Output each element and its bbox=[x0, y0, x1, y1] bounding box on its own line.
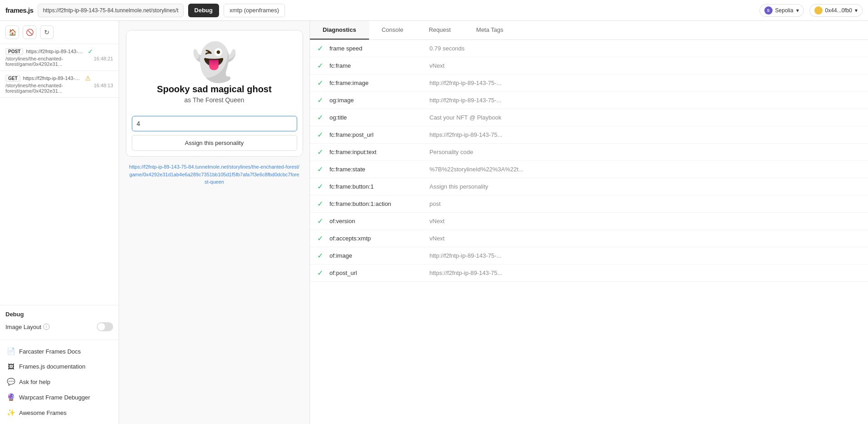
diag-value: Personality code bbox=[429, 149, 861, 155]
logo: frames.js bbox=[5, 6, 33, 14]
url-bar[interactable]: https://f2fntp-ip-89-143-75-84.tunnelmol… bbox=[38, 4, 183, 17]
frame-subtitle: as The Forest Queen bbox=[184, 96, 244, 104]
diag-value: Assign this personality bbox=[429, 183, 861, 190]
wallet-address: 0x44...0fb0 bbox=[825, 7, 852, 14]
diag-value: vNext bbox=[429, 218, 861, 224]
frame-input[interactable] bbox=[132, 116, 297, 131]
frame-title: Spooky sad magical ghost bbox=[157, 84, 271, 95]
url-text: https://f2fntp-ip-89-143-75-84.tunnelmol… bbox=[43, 7, 178, 14]
frame-image-area: 👻 Spooky sad magical ghost as The Forest… bbox=[126, 30, 303, 110]
diag-key: fc:frame:input:text bbox=[329, 149, 429, 155]
diag-key: of:image bbox=[329, 252, 429, 259]
diag-value: vNext bbox=[429, 235, 861, 242]
status-ok-1: ✓ bbox=[88, 48, 93, 55]
sidebar-link-warpcast[interactable]: 🔮 Warpcast Frame Debugger bbox=[0, 389, 119, 405]
request-path-1: /storylines/the-enchanted-forest/game/0x… bbox=[5, 56, 113, 67]
chevron-down-icon-2: ▾ bbox=[855, 7, 858, 14]
diag-row: ✓ fc:frame:state %7B%22storylineId%22%3A… bbox=[310, 161, 868, 178]
diag-key: fc:frame:button:1:action bbox=[329, 200, 429, 207]
image-layout-label: Image Layout i bbox=[5, 324, 50, 330]
diagnostics-pane: Diagnostics Console Request Meta Tags ✓ … bbox=[310, 21, 868, 424]
diag-row: ✓ fc:frame:image http://f2fntp-ip-89-143… bbox=[310, 75, 868, 92]
sidebar-link-farcaster-docs[interactable]: 📄 Farcaster Frames Docs bbox=[0, 344, 119, 359]
req-time-1: 16:48:21 bbox=[94, 56, 113, 67]
request-item[interactable]: POST https://f2fntp-ip-89-143-75-84.tunn… bbox=[0, 44, 119, 71]
diag-row: ✓ og:image http://f2fntp-ip-89-143-75-..… bbox=[310, 92, 868, 109]
request-header-2: GET https://f2fntp-ip-89-143-75-84.tunne… bbox=[5, 75, 113, 82]
check-icon: ✓ bbox=[317, 44, 323, 53]
status-warn-2: ⚠ bbox=[85, 75, 91, 82]
diag-value: vNext bbox=[429, 62, 861, 69]
diag-value: http://f2fntp-ip-89-143-75-... bbox=[429, 80, 861, 86]
sidebar-link-label-2: Frames.js documentation bbox=[19, 363, 85, 370]
method-badge-1: POST bbox=[5, 48, 23, 55]
tab-meta-tags[interactable]: Meta Tags bbox=[464, 21, 516, 40]
info-icon[interactable]: i bbox=[43, 324, 50, 330]
diag-key: og:title bbox=[329, 114, 429, 121]
refresh-button[interactable]: ↻ bbox=[40, 25, 54, 39]
sidebar-link-framesjs-docs[interactable]: 🖼 Frames.js documentation bbox=[0, 359, 119, 374]
main-layout: 🏠 🚫 ↻ POST https://f2fntp-ip-89-143-75-8… bbox=[0, 21, 868, 424]
image-layout-text: Image Layout bbox=[5, 324, 41, 330]
frame-controls: Assign this personality bbox=[126, 110, 303, 156]
debug-section: Debug Image Layout i bbox=[0, 305, 119, 339]
check-icon: ✓ bbox=[317, 148, 323, 156]
check-icon: ✓ bbox=[317, 269, 323, 277]
wallet-icon bbox=[814, 6, 823, 15]
wallet-badge[interactable]: 0x44...0fb0 ▾ bbox=[809, 4, 863, 17]
diag-value: http://f2fntp-ip-89-143-75-... bbox=[429, 97, 861, 104]
frame-link[interactable]: https://f2fntp-ip-89-143-75-84.tunnelmol… bbox=[119, 163, 309, 186]
frame-card: 👻 Spooky sad magical ghost as The Forest… bbox=[126, 30, 303, 157]
debug-button[interactable]: Debug bbox=[188, 4, 219, 17]
request-path-2: /storylines/the-enchanted-forest/game/0x… bbox=[5, 83, 113, 94]
url-short-2: https://f2fntp-ip-89-143-75-84.tunnelmol… bbox=[23, 75, 82, 81]
debug-title: Debug bbox=[5, 311, 113, 318]
req-time-2: 16:48:13 bbox=[94, 83, 113, 94]
diag-value: 0.79 seconds bbox=[429, 45, 861, 52]
sidebar-link-label-5: Awesome Frames bbox=[19, 409, 67, 416]
sidebar-link-help[interactable]: 💬 Ask for help bbox=[0, 374, 119, 389]
preview-pane: 👻 Spooky sad magical ghost as The Forest… bbox=[119, 21, 310, 424]
diag-row: ✓ of:version vNext bbox=[310, 213, 868, 230]
sidebar-link-awesome[interactable]: ✨ Awesome Frames bbox=[0, 405, 119, 420]
method-badge-2: GET bbox=[5, 75, 20, 82]
diag-value: https://f2fntp-ip-89-143-75... bbox=[429, 131, 861, 138]
diag-row: ✓ of:post_url https://f2fntp-ip-89-143-7… bbox=[310, 264, 868, 282]
check-icon: ✓ bbox=[317, 200, 323, 208]
diag-row: ✓ fc:frame:button:1:action post bbox=[310, 195, 868, 213]
home-button[interactable]: 🏠 bbox=[5, 25, 19, 39]
stop-button[interactable]: 🚫 bbox=[23, 25, 36, 39]
check-icon: ✓ bbox=[317, 79, 323, 87]
network-icon: S bbox=[764, 6, 773, 15]
diag-key: of:version bbox=[329, 218, 429, 224]
check-icon: ✓ bbox=[317, 130, 323, 139]
sidebar: 🏠 🚫 ↻ POST https://f2fntp-ip-89-143-75-8… bbox=[0, 21, 119, 424]
url-short-1: https://f2fntp-ip-89-143-75-84.tunnelmol… bbox=[26, 49, 85, 54]
check-icon: ✓ bbox=[317, 217, 323, 225]
tab-button[interactable]: xmtp (openframes) bbox=[224, 4, 285, 17]
check-icon: ✓ bbox=[317, 182, 323, 191]
awesome-icon: ✨ bbox=[6, 409, 15, 417]
diag-row: ✓ og:title Cast your NFT @ Playbook bbox=[310, 109, 868, 126]
warpcast-icon: 🔮 bbox=[6, 393, 15, 401]
path-text-1: /storylines/the-enchanted-forest/game/0x… bbox=[5, 56, 94, 67]
ghost-image: 👻 bbox=[192, 44, 237, 80]
frame-action-button[interactable]: Assign this personality bbox=[132, 135, 297, 151]
diag-value: https://f2fntp-ip-89-143-75... bbox=[429, 269, 861, 276]
diag-row: ✓ fc:frame:button:1 Assign this personal… bbox=[310, 178, 868, 195]
diagnostics-table: ✓ frame speed 0.79 seconds ✓ fc:frame vN… bbox=[310, 40, 868, 424]
diag-row: ✓ fc:frame:input:text Personality code bbox=[310, 144, 868, 161]
check-icon: ✓ bbox=[317, 61, 323, 70]
tab-request[interactable]: Request bbox=[416, 21, 463, 40]
image-layout-toggle[interactable] bbox=[97, 322, 113, 331]
diag-row: ✓ of:image http://f2fntp-ip-89-143-75-..… bbox=[310, 247, 868, 264]
tab-diagnostics[interactable]: Diagnostics bbox=[310, 21, 369, 40]
diag-key: of:post_url bbox=[329, 269, 429, 276]
framesjs-icon: 🖼 bbox=[6, 363, 15, 370]
check-icon: ✓ bbox=[317, 165, 323, 174]
diag-row: ✓ fc:frame vNext bbox=[310, 57, 868, 75]
network-badge[interactable]: S Sepolia ▾ bbox=[759, 4, 804, 17]
request-item-2[interactable]: GET https://f2fntp-ip-89-143-75-84.tunne… bbox=[0, 71, 119, 98]
tab-console[interactable]: Console bbox=[369, 21, 416, 40]
image-layout-row: Image Layout i bbox=[5, 322, 113, 331]
